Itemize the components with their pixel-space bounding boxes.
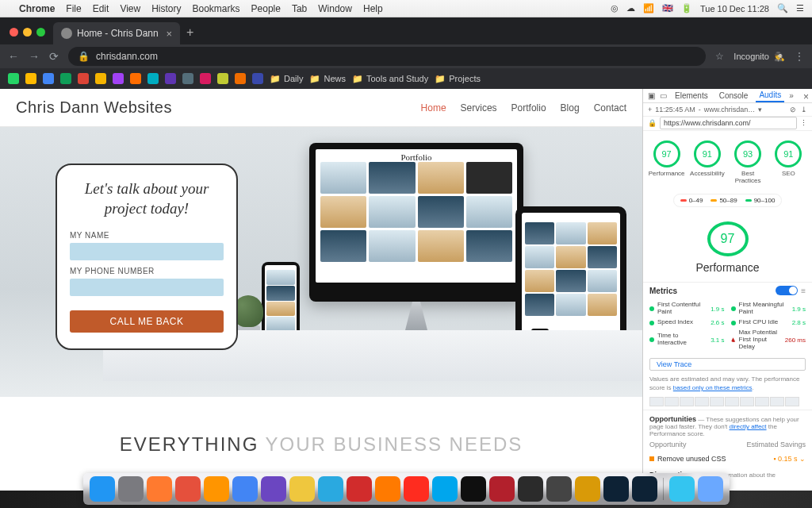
view-trace-button[interactable]: View Trace — [649, 358, 806, 371]
status-icon[interactable]: ◎ — [611, 3, 619, 13]
dock-app-icon[interactable] — [318, 476, 343, 502]
reload-button[interactable]: ⟳ — [49, 50, 59, 63]
devtools-tab-elements[interactable]: Elements — [672, 90, 711, 102]
dock-app-icon[interactable] — [175, 476, 201, 502]
nav-contact[interactable]: Contact — [594, 102, 626, 114]
gauge-accessibility[interactable]: 91Accessibility — [690, 140, 725, 185]
chevron-down-icon[interactable]: ▾ — [758, 106, 762, 114]
bookmark-icon[interactable] — [130, 73, 141, 84]
nav-services[interactable]: Services — [461, 102, 497, 114]
call-me-back-button[interactable]: CALL ME BACK — [70, 310, 224, 333]
bookmark-icon[interactable] — [217, 73, 228, 84]
menu-history[interactable]: History — [151, 3, 181, 14]
audit-url[interactable]: https://www.chrisdann.com/ — [660, 117, 797, 129]
star-icon[interactable]: ☆ — [715, 51, 724, 62]
dock-app-icon[interactable] — [546, 476, 572, 502]
dock-app-icon[interactable] — [118, 476, 144, 502]
search-icon[interactable]: 🔍 — [777, 3, 788, 13]
dock-app-icon[interactable] — [232, 476, 258, 502]
nav-home[interactable]: Home — [421, 102, 446, 114]
close-window[interactable] — [10, 28, 18, 37]
opportunity-row[interactable]: Remove unused CSS▪ 0.15 s ⌄ — [649, 452, 806, 466]
incognito-indicator[interactable]: Incognito 🕵️ — [733, 52, 785, 62]
menu-icon[interactable]: ☰ — [796, 3, 804, 13]
gauge-performance[interactable]: 97Performance — [649, 140, 684, 185]
browser-tab[interactable]: Home - Chris Dann × — [53, 22, 180, 44]
dock-app-icon[interactable] — [375, 476, 400, 502]
bookmark-folder[interactable]: 📁News — [309, 74, 346, 84]
phone-input[interactable] — [70, 279, 224, 296]
clear-icon[interactable]: ⊘ — [790, 106, 796, 114]
battery-icon[interactable]: 🔋 — [681, 3, 692, 13]
dock-app-icon[interactable] — [489, 476, 515, 502]
dock-app-icon[interactable] — [404, 476, 429, 502]
metrics-toggle[interactable] — [776, 286, 798, 295]
bookmark-icon[interactable] — [43, 73, 54, 84]
bookmark-icon[interactable] — [25, 73, 36, 84]
devtools-tab-console[interactable]: Console — [716, 90, 752, 102]
maximize-window[interactable] — [36, 28, 45, 37]
dock-app-icon[interactable] — [261, 476, 286, 502]
back-button[interactable]: ← — [8, 50, 19, 63]
bookmark-icon[interactable] — [235, 73, 246, 84]
bookmark-icon[interactable] — [147, 73, 159, 84]
dock-app-icon[interactable] — [90, 476, 115, 502]
dock-app-icon[interactable] — [632, 476, 657, 502]
kebab-menu-icon[interactable]: ⋮ — [795, 51, 804, 62]
dock-app-icon[interactable] — [518, 476, 543, 502]
dock-app-icon[interactable] — [698, 476, 723, 502]
bookmark-folder[interactable]: 📁Projects — [435, 74, 481, 84]
omnibox[interactable]: 🔒 chrisdann.com — [68, 47, 706, 66]
metrics-note-link[interactable]: based only on these metrics — [673, 384, 753, 391]
nav-blog[interactable]: Blog — [561, 102, 580, 114]
bookmark-icon[interactable] — [182, 73, 193, 84]
status-icon[interactable]: ☁ — [626, 3, 635, 13]
bookmark-icon[interactable] — [78, 73, 89, 84]
site-logo[interactable]: Chris Dann Websites — [16, 98, 172, 117]
dock-app-icon[interactable] — [575, 476, 600, 502]
gauge-best-practices[interactable]: 93Best Practices — [730, 140, 765, 185]
forward-button[interactable]: → — [29, 50, 40, 63]
bookmark-icon[interactable] — [60, 73, 71, 84]
menu-edit[interactable]: Edit — [93, 3, 109, 14]
dock-app-icon[interactable] — [289, 476, 315, 502]
list-icon[interactable]: ≡ — [801, 287, 806, 295]
name-input[interactable] — [70, 243, 224, 260]
dock-app-icon[interactable] — [204, 476, 229, 502]
bookmark-icon[interactable] — [113, 73, 124, 84]
nav-portfolio[interactable]: Portfolio — [511, 102, 546, 114]
menu-help[interactable]: Help — [363, 3, 383, 14]
close-tab-icon[interactable]: × — [166, 28, 172, 40]
bookmark-folder[interactable]: 📁Tools and Study — [352, 74, 428, 84]
devtools-close-icon[interactable]: × — [803, 91, 809, 102]
new-audit-icon[interactable]: + — [648, 106, 652, 114]
dock-app-icon[interactable] — [461, 476, 486, 502]
device-icon[interactable]: ▭ — [660, 91, 667, 100]
dock-app-icon[interactable] — [347, 476, 372, 502]
bookmark-icon[interactable] — [165, 73, 176, 84]
clock[interactable]: Tue 10 Dec 11:28 — [700, 4, 769, 13]
flag-icon[interactable]: 🇬🇧 — [662, 3, 673, 13]
dock-app-icon[interactable] — [603, 476, 629, 502]
kebab-icon[interactable]: ⋮ — [800, 119, 807, 127]
wifi-icon[interactable]: 📶 — [643, 3, 654, 13]
gauge-seo[interactable]: 91SEO — [771, 140, 806, 185]
bookmark-icon[interactable] — [200, 73, 211, 84]
bookmark-icon[interactable] — [8, 73, 19, 84]
link[interactable]: directly affect — [730, 423, 767, 430]
app-menu[interactable]: Chrome — [19, 3, 55, 14]
dock-app-icon[interactable] — [669, 476, 695, 502]
menu-window[interactable]: Window — [318, 3, 352, 14]
bookmark-folder[interactable]: 📁Daily — [270, 74, 303, 84]
new-tab-button[interactable]: + — [186, 25, 193, 40]
download-icon[interactable]: ⤓ — [801, 106, 807, 114]
dock-app-icon[interactable] — [432, 476, 458, 502]
menu-file[interactable]: File — [66, 3, 81, 14]
menu-people[interactable]: People — [251, 3, 281, 14]
bookmark-icon[interactable] — [252, 73, 263, 84]
bookmark-icon[interactable] — [95, 73, 106, 84]
devtools-tab-audits[interactable]: Audits — [756, 89, 784, 102]
minimize-window[interactable] — [23, 28, 32, 37]
dock-app-icon[interactable] — [147, 476, 172, 502]
menu-view[interactable]: View — [120, 3, 140, 14]
